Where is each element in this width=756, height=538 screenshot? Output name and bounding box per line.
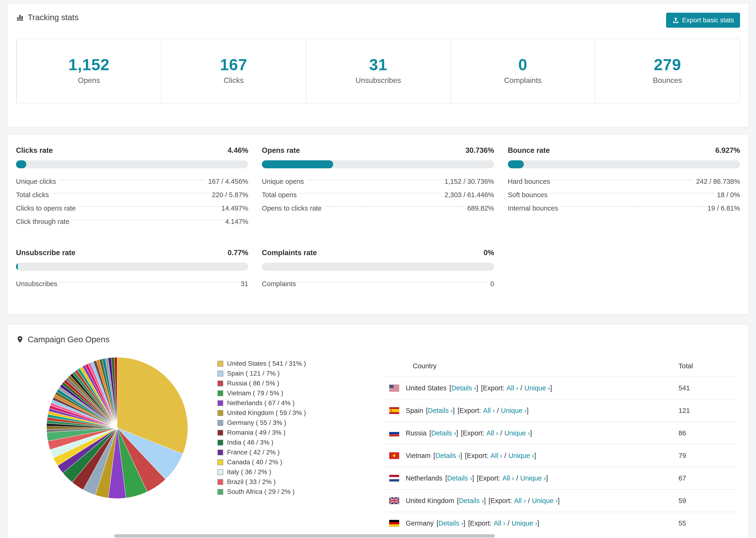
dotted-leader [298,282,487,282]
rate-header: Clicks rate 4.46% [16,146,248,155]
total-cell: 541 [678,384,737,392]
details-group: [Details ›] [426,407,455,414]
rate-progress-fill [16,263,18,271]
details-group: [Details ›] [457,497,486,505]
export-basic-stats-button[interactable]: Export basic stats [666,13,740,28]
stat-label: Clicks [224,76,243,85]
rate-detail-value: 167 / 4.456% [208,178,248,186]
export-all-link[interactable]: All › [507,384,518,392]
rate-detail-row: Unique opens 1,152 / 30.736% [262,175,494,188]
export-all-link[interactable]: All › [494,519,506,527]
total-cell: 86 [678,429,737,437]
export-unique-link[interactable]: Unique › [501,407,527,414]
details-link[interactable]: Details › [459,497,484,505]
legend-swatch [217,450,223,456]
legend-swatch [217,361,223,367]
legend-swatch [217,469,223,475]
campaign-geo-opens-title: Campaign Geo Opens [16,335,740,344]
rate-value: 0% [484,248,494,257]
legend-item: Romania ( 49 / 3% ) [217,428,328,438]
legend-swatch [217,479,223,485]
campaign-geo-opens-card: Campaign Geo Opens United States ( 541 /… [7,324,749,538]
export-group: [Export:All ›/Unique ›] [481,384,552,392]
rate-detail-row: Unique clicks 167 / 4.456% [16,175,248,188]
legend-label: United States ( 541 / 31% ) [227,360,306,367]
rate-detail-row: Click through rate 4.147% [16,215,248,228]
geo-table-row: United States [Details ›] [Export:All ›/… [384,377,737,399]
details-group: [Details ›] [429,429,458,437]
export-unique-link[interactable]: Unique › [504,429,530,437]
bracket: [ [458,407,459,414]
details-link[interactable]: Details › [451,384,476,392]
total-cell: 67 [678,474,737,482]
details-group: [Details ›] [436,519,465,527]
stat-box: 1,152 Opens [17,39,161,103]
export-unique-link[interactable]: Unique › [532,497,558,505]
bracket: [ [449,384,451,392]
rate-detail-label: Click through rate [16,218,69,226]
bracket: ] [546,474,548,482]
country-name: United Kingdom [406,497,454,505]
rate-detail-value: 2,303 / 61.446% [445,191,494,199]
details-link[interactable]: Details › [428,407,453,414]
export-group: [Export:All ›/Unique ›] [477,474,548,482]
dotted-leader [550,193,714,193]
total-cell: 59 [678,497,737,505]
legend-label: Canada ( 40 / 2% ) [227,458,282,466]
rate-panel: Clicks rate 4.46% Unique clicks 167 / 4.… [16,146,248,228]
bracket: ] [463,519,465,527]
stat-label: Opens [78,76,100,85]
export-all-link[interactable]: All › [514,497,526,505]
rate-detail-value: 1,152 / 30.736% [445,178,494,186]
total-cell: 121 [678,407,737,414]
rate-detail-row: Complaints 0 [262,277,494,291]
country-name: Spain [406,407,423,414]
legend-label: Brazil ( 33 / 2% ) [227,478,276,486]
rate-detail-value: 0 [490,280,494,288]
export-all-link[interactable]: All › [490,452,502,459]
total-cell: 55 [678,519,737,527]
export-unique-link[interactable]: Unique › [512,519,537,527]
export-unique-link[interactable]: Unique › [508,452,534,459]
rate-detail-label: Hard bounces [508,178,550,186]
rate-detail-label: Complaints [262,280,296,288]
rate-progress-bar [262,263,494,271]
export-group: [Export:All ›/Unique ›] [465,452,536,459]
export-all-link[interactable]: All › [503,474,514,482]
details-link[interactable]: Details › [435,452,460,459]
stat-box: 31 Unsubscribes [306,39,450,103]
export-group: [Export:All ›/Unique ›] [458,407,529,414]
country-cell: Netherlands [Details ›] [Export:All ›/Un… [384,474,678,482]
rate-detail-row: Total clicks 220 / 5.87% [16,188,248,202]
details-link[interactable]: Details › [438,519,463,527]
stat-label: Complaints [504,76,542,85]
export-all-link[interactable]: All › [486,429,498,437]
bracket: ] [484,497,486,505]
legend-label: Vietnam ( 79 / 5% ) [227,389,283,397]
rate-title: Clicks rate [16,146,53,155]
details-link[interactable]: Details › [447,474,472,482]
rate-title: Complaints rate [262,248,317,257]
export-basic-stats-label: Export basic stats [682,17,734,24]
geo-table: Country Total United States [Details ›] … [384,355,737,534]
country-cell: Germany [Details ›] [Export:All ›/Unique… [384,519,678,527]
geo-pie-chart [45,355,190,501]
dotted-leader [59,180,205,180]
horizontal-scrollbar-thumb[interactable] [114,534,495,538]
export-unique-link[interactable]: Unique › [524,384,550,392]
rates-grid: Clicks rate 4.46% Unique clicks 167 / 4.… [16,146,740,291]
country-cell: United States [Details ›] [Export:All ›/… [384,384,678,392]
export-all-link[interactable]: All › [483,407,495,414]
export-group: [Export:All ›/Unique ›] [489,497,560,505]
details-link[interactable]: Details › [431,429,456,437]
rate-detail-label: Clicks to opens rate [16,204,76,212]
tracking-stats-page: Tracking stats Export basic stats 1,152 … [0,0,756,538]
bracket: ] [558,497,560,505]
country-name: Vietnam [406,452,431,459]
export-unique-link[interactable]: Unique › [520,474,546,482]
geo-table-body: United States [Details ›] [Export:All ›/… [384,377,737,534]
bracket: [ [477,474,479,482]
legend-swatch [217,381,223,386]
rate-progress-bar [262,160,494,168]
bracket: [ [481,384,483,392]
